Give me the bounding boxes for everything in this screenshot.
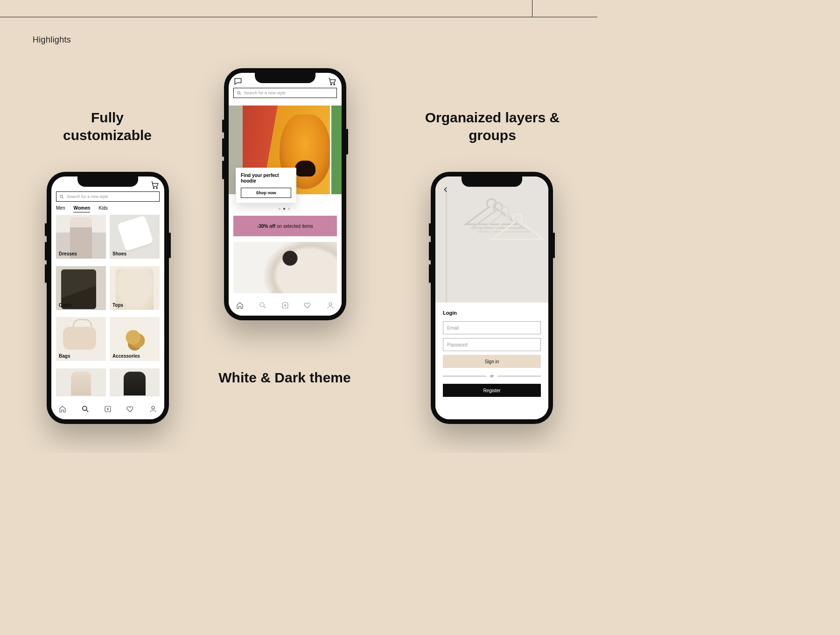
promo-image (233, 242, 337, 293)
feature-right: Organaized layers & groups (420, 109, 565, 144)
cat-dresses[interactable]: Dresses (56, 215, 106, 259)
register-button[interactable]: Register (443, 384, 541, 397)
cat-label: Tops (110, 303, 123, 310)
promo-bold: -30% off (257, 224, 275, 229)
cart-icon[interactable] (328, 77, 337, 86)
password-placeholder: Password (447, 342, 468, 347)
category-grid: Dresses Shoes Coats Tops Bags Accessorie… (56, 215, 160, 400)
carousel-dots[interactable]: ●●● (229, 206, 342, 211)
svg-point-9 (260, 303, 264, 307)
nav-search-icon[interactable] (81, 405, 90, 415)
nav-profile-icon[interactable] (149, 405, 157, 415)
nav-home-icon[interactable] (58, 405, 67, 415)
phone-home: Search for a new style Find your perfect… (224, 68, 346, 320)
search-placeholder: Search for a new style (67, 194, 108, 199)
svg-point-8 (238, 91, 240, 94)
svg-point-3 (83, 406, 87, 410)
search-placeholder: Search for a new style (244, 91, 286, 95)
feature-left: Fully customizable (47, 109, 168, 144)
cat-label: Accessories (110, 353, 140, 361)
search-input[interactable]: Search for a new style (56, 191, 160, 202)
search-icon (59, 194, 64, 199)
svg-point-1 (156, 188, 157, 189)
tab-men[interactable]: Men (56, 205, 65, 212)
cat-tops[interactable]: Tops (110, 266, 160, 310)
svg-point-2 (60, 195, 63, 198)
bottom-nav (51, 401, 164, 419)
hero-image (435, 176, 548, 303)
svg-point-7 (334, 84, 335, 85)
svg-point-6 (330, 84, 331, 85)
email-placeholder: Email (447, 325, 459, 331)
hero-carousel[interactable]: Find your perfect hoodie Shop now (233, 106, 337, 201)
hero-card: Find your perfect hoodie Shop now (236, 168, 296, 203)
cat-accessories[interactable]: Accessories (110, 317, 160, 361)
or-text: or (490, 374, 494, 378)
section-title: Highlights (33, 35, 71, 45)
svg-point-11 (329, 303, 332, 305)
cat-label: Shoes (110, 251, 126, 259)
nav-add-icon[interactable] (281, 301, 289, 311)
password-field[interactable]: Password (443, 338, 541, 351)
login-panel: Login Email Password Sign in or Register (435, 303, 548, 419)
phone-login: Login Email Password Sign in or Register (431, 172, 553, 424)
hero-title: Find your perfect hoodie (241, 173, 291, 184)
login-heading: Login (443, 310, 541, 316)
signin-button[interactable]: Sign in (443, 355, 541, 368)
hero-next-card (331, 106, 342, 194)
promo-banner[interactable]: -30% off on selected items (233, 216, 337, 236)
search-icon (237, 91, 242, 96)
email-field[interactable]: Email (443, 321, 541, 334)
svg-point-5 (152, 406, 154, 409)
cat-shoes[interactable]: Shoes (110, 215, 160, 259)
nav-search-icon[interactable] (259, 301, 267, 311)
cat-coats[interactable]: Coats (56, 266, 106, 310)
cart-icon[interactable] (150, 180, 160, 190)
cat-label: Dresses (56, 251, 77, 259)
chat-icon[interactable] (233, 77, 243, 86)
search-input[interactable]: Search for a new style (233, 88, 337, 98)
nav-profile-icon[interactable] (326, 301, 335, 311)
cat-bags[interactable]: Bags (56, 317, 106, 361)
category-tabs: Men Women Kids (56, 205, 160, 212)
nav-home-icon[interactable] (236, 301, 244, 311)
svg-point-0 (153, 188, 154, 189)
or-divider: or (443, 374, 541, 378)
divider-horizontal (0, 17, 597, 17)
cat-more-1[interactable] (56, 368, 106, 396)
nav-add-icon[interactable] (104, 405, 112, 415)
divider-vertical (532, 0, 532, 17)
feature-mid: White & Dark theme (212, 369, 357, 387)
shop-now-button[interactable]: Shop now (241, 188, 291, 198)
nav-heart-icon[interactable] (126, 405, 134, 415)
tab-women[interactable]: Women (73, 205, 90, 212)
promo-text: on selected items (277, 224, 313, 229)
tab-kids[interactable]: Kids (98, 205, 107, 212)
back-icon[interactable] (442, 186, 449, 195)
phone-categories: Search for a new style Men Women Kids Dr… (47, 172, 169, 424)
cat-label: Coats (56, 303, 72, 310)
nav-heart-icon[interactable] (303, 301, 312, 311)
cat-label: Bags (56, 353, 70, 361)
cat-more-2[interactable] (110, 368, 160, 396)
bottom-nav (229, 297, 342, 316)
